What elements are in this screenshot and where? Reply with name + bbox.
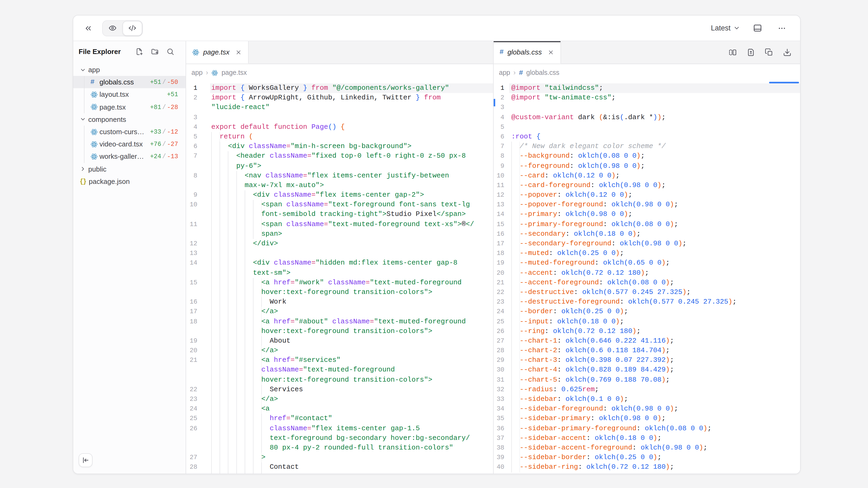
- breadcrumb-root[interactable]: app: [191, 69, 203, 76]
- code-line: 4@custom-variant dark (&:is(.dark *));: [494, 112, 800, 122]
- close-icon[interactable]: [547, 48, 555, 56]
- code-line: 39--sidebar-border: oklch(0.25 0 0);: [494, 453, 800, 462]
- diff-stats: +51/-50: [150, 79, 186, 86]
- tree-item-custom-curs[interactable]: custom-curs…+33/-12: [73, 126, 186, 138]
- tree-item-page.tsx[interactable]: page.tsx+81/-28: [73, 101, 186, 113]
- code-line: py-6">: [186, 161, 493, 171]
- new-folder-icon: [151, 47, 159, 55]
- file-diff-button[interactable]: [746, 47, 756, 58]
- code-line: 34--sidebar-foreground: oklch(0.98 0 0);: [494, 404, 800, 414]
- code-line: 25href="#contact": [186, 414, 493, 424]
- code-line: 20--accent: oklch(0.72 0.12 180);: [494, 268, 800, 278]
- code-line: 80 px-4 py-2 rounded-full transition-col…: [186, 443, 493, 453]
- new-folder-button[interactable]: [150, 46, 159, 56]
- breadcrumb-file[interactable]: globals.css: [526, 69, 559, 76]
- code-line: 28Contact: [186, 463, 493, 472]
- split-view-icon: [728, 48, 737, 57]
- download-icon: [783, 48, 792, 57]
- code-line: 6:root {: [494, 132, 800, 142]
- tree-item-app[interactable]: app: [73, 64, 186, 76]
- react-icon: [90, 140, 99, 148]
- code-editor-page-tsx[interactable]: 1import { WorksGallery } from "@/compone…: [186, 81, 493, 474]
- code-line: 7/* New dark elegant color scheme */: [494, 142, 800, 151]
- tree-item-globals.css[interactable]: #globals.css+51/-50: [73, 76, 186, 88]
- code-line: 28--chart-2: oklch(0.6 0.118 184.704);: [494, 346, 800, 355]
- code-line: 14--primary: oklch(0.98 0 0);: [494, 210, 800, 219]
- preview-toggle-button[interactable]: [103, 21, 122, 36]
- code-line: hover:text-foreground transition-colors"…: [186, 326, 493, 336]
- code-line: 22Services: [186, 385, 493, 394]
- tab-page-tsx[interactable]: page.tsx: [186, 41, 249, 64]
- code-line: 24<a: [186, 404, 493, 414]
- code-line: 4export default function Page() {: [186, 122, 493, 132]
- tree-item-layout.tsx[interactable]: layout.tsx+51: [73, 89, 186, 101]
- code-line: 2import { ArrowUpRight, Github, Linkedin…: [186, 93, 493, 103]
- eye-icon: [108, 24, 117, 32]
- code-line: 30--chart-4: oklch(0.828 0.189 84.429);: [494, 365, 800, 375]
- code-line: 12</div>: [186, 239, 493, 249]
- react-icon: [90, 153, 99, 160]
- chevrons-left-icon: [84, 24, 93, 32]
- editor-actions: [727, 41, 800, 64]
- code-line: 11<span className="text-muted-foreground…: [186, 219, 493, 229]
- code-line: 15<a href="#work" className="text-muted-…: [186, 278, 493, 288]
- scrollbar-thumb[interactable]: [769, 82, 799, 84]
- copy-icon: [765, 48, 773, 57]
- split-view-button[interactable]: [727, 47, 738, 58]
- collapse-sidebar-button[interactable]: [79, 453, 93, 467]
- code-toggle-button[interactable]: [122, 21, 142, 36]
- tab-label: globals.css: [507, 48, 542, 56]
- tree-item-works-galler[interactable]: works-galler…+24/-13: [73, 151, 186, 163]
- code-line: 11--card-foreground: oklch(0.98 0 0);: [494, 181, 800, 190]
- tree-item-video-card.tsx[interactable]: video-card.tsx+76/-27: [73, 138, 186, 150]
- code-line: font-semibold tracking-tight">Studio Pix…: [186, 210, 493, 219]
- code-icon: [128, 24, 136, 32]
- tab-globals-css[interactable]: # globals.css: [494, 41, 561, 64]
- search-button[interactable]: [165, 46, 175, 56]
- more-options-button[interactable]: [774, 21, 789, 36]
- breadcrumb-file[interactable]: page.tsx: [221, 69, 247, 76]
- code-line: 18--muted: oklch(0.25 0 0);: [494, 249, 800, 258]
- code-line: 41}: [494, 472, 800, 474]
- css-icon: #: [499, 48, 504, 56]
- copy-button[interactable]: [764, 47, 774, 58]
- version-label: Latest: [711, 24, 731, 32]
- code-editor-globals-css[interactable]: 1@import "tailwindcss";2@import "tw-anim…: [494, 81, 800, 474]
- code-line: 26--ring: oklch(0.72 0.12 180);: [494, 326, 800, 336]
- close-icon[interactable]: [234, 48, 243, 56]
- breadcrumb-root[interactable]: app: [499, 69, 510, 76]
- tab-label: page.tsx: [203, 48, 229, 56]
- collapse-chat-button[interactable]: [81, 21, 96, 36]
- tree-indent-guide: [84, 76, 85, 113]
- top-toolbar: Latest: [73, 15, 800, 41]
- code-line: 10--card: oklch(0.12 0 0);: [494, 171, 800, 181]
- layout-panel-button[interactable]: [750, 21, 765, 36]
- react-icon: [192, 48, 199, 56]
- search-icon: [166, 47, 174, 55]
- file-tree: app#globals.css+51/-50layout.tsx+51page.…: [73, 62, 186, 474]
- tree-item-components[interactable]: components: [73, 113, 186, 126]
- version-selector[interactable]: Latest: [711, 24, 740, 32]
- diff-stats: +33/-12: [150, 128, 186, 135]
- code-line: 33--sidebar: oklch(0.1 0 0);: [494, 394, 800, 404]
- tree-item-package.json[interactable]: {}package.json: [73, 175, 186, 187]
- code-line: 36--sidebar-primary-foreground: oklch(0.…: [494, 424, 800, 433]
- code-line: 37--sidebar-accent: oklch(0.18 0 0);: [494, 433, 800, 443]
- code-line: 22--destructive: oklch(0.577 0.245 27.32…: [494, 288, 800, 297]
- tabbar-spacer: [561, 41, 727, 64]
- code-line: 15--primary-foreground: oklch(0.08 0 0);: [494, 219, 800, 229]
- code-line: 16--secondary: oklch(0.18 0 0);: [494, 229, 800, 239]
- diff-stats: +76/-27: [150, 140, 186, 148]
- new-file-button[interactable]: [134, 46, 144, 56]
- ellipsis-icon: [778, 24, 786, 32]
- code-line: 10<span className="text-foreground font-…: [186, 200, 493, 210]
- tree-item-public[interactable]: public: [73, 163, 186, 175]
- download-button[interactable]: [782, 47, 793, 58]
- code-line: 3: [186, 112, 493, 122]
- code-line: 12--popover: oklch(0.12 0 0);: [494, 190, 800, 200]
- chevron-down-icon: [733, 25, 740, 32]
- code-line: 31--chart-5: oklch(0.769 0.188 70.08);: [494, 375, 800, 385]
- tree-indent-guide: [84, 126, 85, 163]
- code-line: 1import { WorksGallery } from "@/compone…: [186, 84, 493, 93]
- code-line: 5: [494, 122, 800, 132]
